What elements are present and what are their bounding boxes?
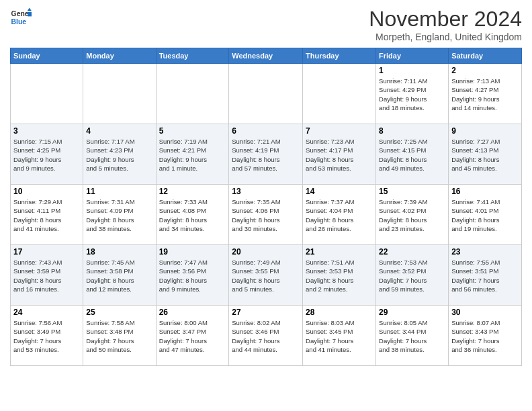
day-number: 5 <box>159 126 226 136</box>
calendar-cell: 6Sunrise: 7:21 AM Sunset: 4:19 PM Daylig… <box>229 124 303 185</box>
day-info: Sunrise: 8:05 AM Sunset: 3:44 PM Dayligh… <box>379 318 445 354</box>
day-info: Sunrise: 8:03 AM Sunset: 3:45 PM Dayligh… <box>306 318 373 354</box>
day-info: Sunrise: 7:51 AM Sunset: 3:53 PM Dayligh… <box>306 258 373 293</box>
day-number: 27 <box>232 308 300 317</box>
day-info: Sunrise: 7:41 AM Sunset: 4:01 PM Dayligh… <box>451 197 519 233</box>
day-number: 1 <box>379 66 445 75</box>
calendar-cell: 15Sunrise: 7:39 AM Sunset: 4:02 PM Dayli… <box>376 185 449 245</box>
weekday-header: Tuesday <box>156 48 229 64</box>
calendar-cell: 9Sunrise: 7:27 AM Sunset: 4:13 PM Daylig… <box>449 124 522 185</box>
calendar-cell <box>229 64 303 124</box>
day-info: Sunrise: 7:58 AM Sunset: 3:48 PM Dayligh… <box>86 318 152 354</box>
calendar-cell: 22Sunrise: 7:53 AM Sunset: 3:52 PM Dayli… <box>376 245 449 306</box>
day-number: 6 <box>232 126 300 136</box>
calendar-cell: 17Sunrise: 7:43 AM Sunset: 3:59 PM Dayli… <box>11 245 83 306</box>
location-subtitle: Morpeth, England, United Kingdom <box>369 32 522 42</box>
day-info: Sunrise: 7:19 AM Sunset: 4:21 PM Dayligh… <box>159 137 226 173</box>
calendar-cell: 14Sunrise: 7:37 AM Sunset: 4:04 PM Dayli… <box>303 185 376 245</box>
calendar-cell: 25Sunrise: 7:58 AM Sunset: 3:48 PM Dayli… <box>83 306 156 366</box>
day-number: 23 <box>451 247 519 257</box>
calendar-cell: 21Sunrise: 7:51 AM Sunset: 3:53 PM Dayli… <box>303 245 376 306</box>
calendar-week-row: 1Sunrise: 7:11 AM Sunset: 4:29 PM Daylig… <box>11 64 522 124</box>
day-info: Sunrise: 7:47 AM Sunset: 3:56 PM Dayligh… <box>159 258 226 293</box>
day-number: 16 <box>451 187 519 196</box>
day-number: 7 <box>306 126 373 136</box>
day-number: 17 <box>13 247 80 257</box>
calendar-cell: 11Sunrise: 7:31 AM Sunset: 4:09 PM Dayli… <box>83 185 156 245</box>
calendar-cell <box>303 64 376 124</box>
day-number: 15 <box>379 187 445 196</box>
day-info: Sunrise: 7:45 AM Sunset: 3:58 PM Dayligh… <box>86 258 152 293</box>
day-number: 25 <box>86 308 152 317</box>
weekday-header-row: SundayMondayTuesdayWednesdayThursdayFrid… <box>11 48 522 64</box>
day-number: 24 <box>13 308 80 317</box>
day-info: Sunrise: 7:31 AM Sunset: 4:09 PM Dayligh… <box>86 197 152 233</box>
calendar-cell: 12Sunrise: 7:33 AM Sunset: 4:08 PM Dayli… <box>156 185 229 245</box>
day-info: Sunrise: 7:56 AM Sunset: 3:49 PM Dayligh… <box>13 318 80 354</box>
calendar-cell: 18Sunrise: 7:45 AM Sunset: 3:58 PM Dayli… <box>83 245 156 306</box>
calendar-cell: 3Sunrise: 7:15 AM Sunset: 4:25 PM Daylig… <box>11 124 83 185</box>
calendar-cell: 5Sunrise: 7:19 AM Sunset: 4:21 PM Daylig… <box>156 124 229 185</box>
calendar-cell: 26Sunrise: 8:00 AM Sunset: 3:47 PM Dayli… <box>156 306 229 366</box>
calendar-cell <box>83 64 156 124</box>
calendar-cell: 2Sunrise: 7:13 AM Sunset: 4:27 PM Daylig… <box>449 64 522 124</box>
svg-text:Blue: Blue <box>11 18 27 26</box>
calendar-week-row: 10Sunrise: 7:29 AM Sunset: 4:11 PM Dayli… <box>11 185 522 245</box>
day-info: Sunrise: 7:39 AM Sunset: 4:02 PM Dayligh… <box>379 197 445 233</box>
day-info: Sunrise: 7:25 AM Sunset: 4:15 PM Dayligh… <box>379 137 445 173</box>
calendar-cell: 4Sunrise: 7:17 AM Sunset: 4:23 PM Daylig… <box>83 124 156 185</box>
day-number: 3 <box>13 126 80 136</box>
calendar-cell: 19Sunrise: 7:47 AM Sunset: 3:56 PM Dayli… <box>156 245 229 306</box>
calendar-cell: 10Sunrise: 7:29 AM Sunset: 4:11 PM Dayli… <box>11 185 83 245</box>
day-info: Sunrise: 7:13 AM Sunset: 4:27 PM Dayligh… <box>451 77 519 112</box>
day-number: 13 <box>232 187 300 196</box>
calendar-cell: 23Sunrise: 7:55 AM Sunset: 3:51 PM Dayli… <box>449 245 522 306</box>
day-number: 18 <box>86 247 152 257</box>
logo: General Blue <box>10 7 32 28</box>
day-number: 30 <box>451 308 519 317</box>
day-info: Sunrise: 7:35 AM Sunset: 4:06 PM Dayligh… <box>232 197 300 233</box>
day-number: 19 <box>159 247 226 257</box>
day-info: Sunrise: 7:37 AM Sunset: 4:04 PM Dayligh… <box>306 197 373 233</box>
calendar-cell: 16Sunrise: 7:41 AM Sunset: 4:01 PM Dayli… <box>449 185 522 245</box>
day-number: 4 <box>86 126 152 136</box>
day-info: Sunrise: 8:02 AM Sunset: 3:46 PM Dayligh… <box>232 318 300 354</box>
calendar-cell: 20Sunrise: 7:49 AM Sunset: 3:55 PM Dayli… <box>229 245 303 306</box>
day-info: Sunrise: 7:27 AM Sunset: 4:13 PM Dayligh… <box>451 137 519 173</box>
day-info: Sunrise: 7:49 AM Sunset: 3:55 PM Dayligh… <box>232 258 300 293</box>
weekday-header: Thursday <box>303 48 376 64</box>
calendar-cell: 24Sunrise: 7:56 AM Sunset: 3:49 PM Dayli… <box>11 306 83 366</box>
day-info: Sunrise: 7:55 AM Sunset: 3:51 PM Dayligh… <box>451 258 519 293</box>
day-info: Sunrise: 7:17 AM Sunset: 4:23 PM Dayligh… <box>86 137 152 173</box>
day-number: 12 <box>159 187 226 196</box>
calendar-cell: 7Sunrise: 7:23 AM Sunset: 4:17 PM Daylig… <box>303 124 376 185</box>
day-info: Sunrise: 7:21 AM Sunset: 4:19 PM Dayligh… <box>232 137 300 173</box>
day-info: Sunrise: 8:07 AM Sunset: 3:43 PM Dayligh… <box>451 318 519 354</box>
day-info: Sunrise: 7:11 AM Sunset: 4:29 PM Dayligh… <box>379 77 445 112</box>
weekday-header: Sunday <box>11 48 83 64</box>
weekday-header: Monday <box>83 48 156 64</box>
calendar-cell: 29Sunrise: 8:05 AM Sunset: 3:44 PM Dayli… <box>376 306 449 366</box>
day-number: 2 <box>451 66 519 75</box>
calendar-cell: 8Sunrise: 7:25 AM Sunset: 4:15 PM Daylig… <box>376 124 449 185</box>
page-header: General Blue November 2024 Morpeth, Engl… <box>10 7 522 42</box>
calendar-table: SundayMondayTuesdayWednesdayThursdayFrid… <box>10 48 522 366</box>
title-block: November 2024 Morpeth, England, United K… <box>369 7 522 42</box>
calendar-cell <box>156 64 229 124</box>
calendar-cell: 27Sunrise: 8:02 AM Sunset: 3:46 PM Dayli… <box>229 306 303 366</box>
calendar-week-row: 3Sunrise: 7:15 AM Sunset: 4:25 PM Daylig… <box>11 124 522 185</box>
day-number: 20 <box>232 247 300 257</box>
day-number: 9 <box>451 126 519 136</box>
calendar-week-row: 17Sunrise: 7:43 AM Sunset: 3:59 PM Dayli… <box>11 245 522 306</box>
month-title: November 2024 <box>369 7 522 32</box>
day-number: 14 <box>306 187 373 196</box>
day-number: 28 <box>306 308 373 317</box>
day-number: 8 <box>379 126 445 136</box>
calendar-week-row: 24Sunrise: 7:56 AM Sunset: 3:49 PM Dayli… <box>11 306 522 366</box>
day-number: 11 <box>86 187 152 196</box>
day-number: 22 <box>379 247 445 257</box>
calendar-cell: 13Sunrise: 7:35 AM Sunset: 4:06 PM Dayli… <box>229 185 303 245</box>
calendar-cell: 30Sunrise: 8:07 AM Sunset: 3:43 PM Dayli… <box>449 306 522 366</box>
day-number: 29 <box>379 308 445 317</box>
day-info: Sunrise: 7:43 AM Sunset: 3:59 PM Dayligh… <box>13 258 80 293</box>
